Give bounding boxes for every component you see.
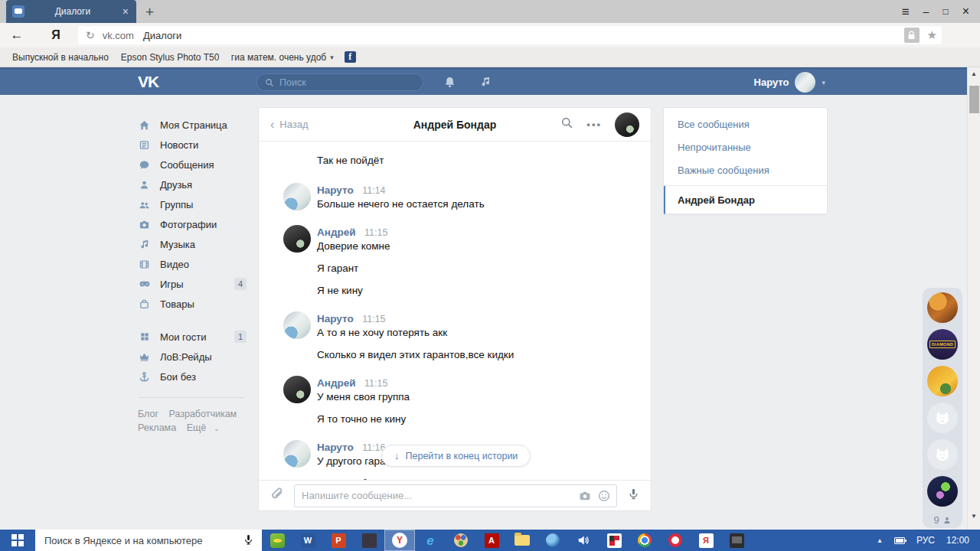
window-minimize-button[interactable]: – <box>923 6 929 17</box>
bookmark-item[interactable]: Epson Stylus Photo T50 <box>121 52 219 63</box>
bookmark-caret-icon[interactable]: ▾ <box>330 54 334 61</box>
chrome-icon[interactable] <box>629 530 660 551</box>
voice-microphone-icon[interactable] <box>627 487 640 504</box>
default-dog-avatar[interactable] <box>927 439 958 470</box>
filter-all-messages[interactable]: Все сообщения <box>664 112 827 135</box>
attach-paperclip-icon[interactable] <box>270 487 284 504</box>
avatar[interactable] <box>283 225 311 253</box>
new-tab-button[interactable]: + <box>145 5 154 19</box>
message-author[interactable]: Наруто <box>317 442 354 453</box>
start-button[interactable] <box>0 530 35 551</box>
keyboard-language[interactable]: РУС <box>916 535 935 546</box>
footer-link-developers[interactable]: Разработчикам <box>169 409 237 419</box>
filter-unread[interactable]: Непрочитанные <box>664 135 827 158</box>
bookmark-star-icon[interactable]: ★ <box>927 28 937 42</box>
scroll-down-arrow[interactable]: ▼ <box>968 510 980 522</box>
back-to-dialogs-link[interactable]: ‹ Назад <box>270 119 309 131</box>
clock[interactable]: 12:00 <box>946 535 969 546</box>
friend-avatar[interactable] <box>927 476 958 507</box>
sidebar-item-games[interactable]: Игры 4 <box>138 274 247 294</box>
sidebar-item-lov-raids[interactable]: ЛоВ:Рейды <box>138 347 247 367</box>
vk-search-input[interactable] <box>279 77 402 88</box>
photo-camera-icon[interactable] <box>578 489 592 506</box>
sidebar-item-guests[interactable]: Мои гости 1 <box>138 327 247 347</box>
security-lock-icon[interactable] <box>904 28 920 43</box>
message-author[interactable]: Наруто <box>317 313 354 324</box>
emoji-smiley-icon[interactable] <box>597 489 611 506</box>
vk-search-box[interactable] <box>256 73 423 91</box>
sidebar-item-fights[interactable]: Бои без <box>138 367 247 386</box>
avatar[interactable] <box>283 440 311 468</box>
console-icon[interactable] <box>721 530 752 551</box>
taskbar-search-box[interactable] <box>35 530 262 551</box>
sidebar-item-music[interactable]: Музыка <box>138 234 247 254</box>
footer-link-more[interactable]: Ещё <box>187 422 207 433</box>
tab-close-icon[interactable]: × <box>121 5 130 18</box>
sidebar-item-market[interactable]: Товары <box>138 294 247 314</box>
chat-peer-avatar[interactable] <box>615 112 639 137</box>
scroll-up-arrow[interactable]: ▲ <box>968 67 980 80</box>
jump-to-end-button[interactable]: ↓ Перейти в конец истории <box>381 445 531 467</box>
microphone-icon[interactable] <box>243 533 254 549</box>
sidebar-item-friends[interactable]: Друзья <box>138 174 247 194</box>
back-button[interactable]: ← <box>0 28 34 43</box>
header-user-menu[interactable]: Наруто ▾ <box>754 72 825 93</box>
opera-icon[interactable] <box>660 530 691 551</box>
avatar[interactable] <box>283 311 311 339</box>
selected-dialog[interactable]: Андрей Бондар <box>664 186 827 214</box>
volume-speaker-icon[interactable] <box>568 530 599 551</box>
window-close-button[interactable]: × <box>962 5 969 18</box>
facebook-bookmark-icon[interactable]: f <box>345 51 356 63</box>
default-dog-avatar[interactable] <box>927 403 958 433</box>
friend-avatar[interactable] <box>927 292 958 323</box>
game-shield-icon[interactable] <box>599 530 629 551</box>
avatar[interactable] <box>283 376 311 403</box>
paint-palette-icon[interactable] <box>446 530 476 551</box>
browser-tab[interactable]: Диалоги × <box>6 0 136 23</box>
page-scrollbar[interactable]: ▲ ▼ <box>967 67 980 530</box>
address-bar[interactable]: ↻ vk.com Диалоги ★ <box>78 26 942 44</box>
bookmark-item[interactable]: гиа матем. очень удоб <box>231 52 326 63</box>
reload-icon[interactable]: ↻ <box>86 29 95 41</box>
photoshop-icon[interactable] <box>354 530 384 551</box>
notifications-bell-icon[interactable] <box>443 76 456 92</box>
message-author[interactable]: Андрей <box>317 227 356 238</box>
vk-logo[interactable]: VK <box>138 73 158 91</box>
bookmark-item[interactable]: Выпускной в начально <box>12 52 109 63</box>
word-icon[interactable]: W <box>292 530 323 551</box>
sidebar-item-my-page[interactable]: Моя Страница <box>138 115 247 135</box>
footer-link-ads[interactable]: Реклама <box>138 422 176 433</box>
chat-more-icon[interactable]: ••• <box>586 119 602 130</box>
friends-online-count[interactable]: 9 <box>933 514 951 526</box>
file-explorer-icon[interactable] <box>507 530 537 551</box>
yandex-browser-icon[interactable]: Y <box>384 530 415 551</box>
battery-icon[interactable] <box>894 537 905 544</box>
tray-expand-icon[interactable]: ▲ <box>877 537 883 544</box>
taskbar-search-input[interactable] <box>35 530 262 551</box>
globe-browser-icon[interactable] <box>537 530 568 551</box>
filter-important[interactable]: Важные сообщения <box>664 158 827 181</box>
sidebar-item-videos[interactable]: Видео <box>138 254 247 274</box>
music-note-icon[interactable] <box>479 76 492 91</box>
internet-explorer-icon[interactable]: e <box>415 530 446 551</box>
sidebar-item-photos[interactable]: Фотографии <box>138 214 247 234</box>
scrollbar-thumb[interactable] <box>969 86 979 113</box>
avatar[interactable] <box>283 183 311 210</box>
message-input[interactable] <box>294 484 617 507</box>
browser-menu-icon[interactable]: ≡ <box>902 5 910 18</box>
yandex-logo-icon[interactable]: Я <box>34 28 78 42</box>
chat-search-icon[interactable] <box>560 116 573 132</box>
powerpoint-icon[interactable]: P <box>323 530 354 551</box>
sidebar-item-news[interactable]: Новости <box>138 135 247 155</box>
footer-link-blog[interactable]: Блог <box>138 409 158 419</box>
yandex-disk-icon[interactable] <box>262 530 292 551</box>
sidebar-item-groups[interactable]: Группы <box>138 194 247 214</box>
friend-avatar[interactable]: DIAMOND <box>927 329 958 360</box>
message-author[interactable]: Андрей <box>317 377 356 389</box>
yandex-search-icon[interactable]: Я <box>691 530 721 551</box>
friend-avatar[interactable] <box>927 366 958 396</box>
sidebar-item-messages[interactable]: Сообщения <box>138 155 247 174</box>
acrobat-reader-icon[interactable]: A <box>476 530 507 551</box>
window-maximize-button[interactable]: □ <box>942 7 948 16</box>
message-author[interactable]: Наруто <box>317 184 354 196</box>
